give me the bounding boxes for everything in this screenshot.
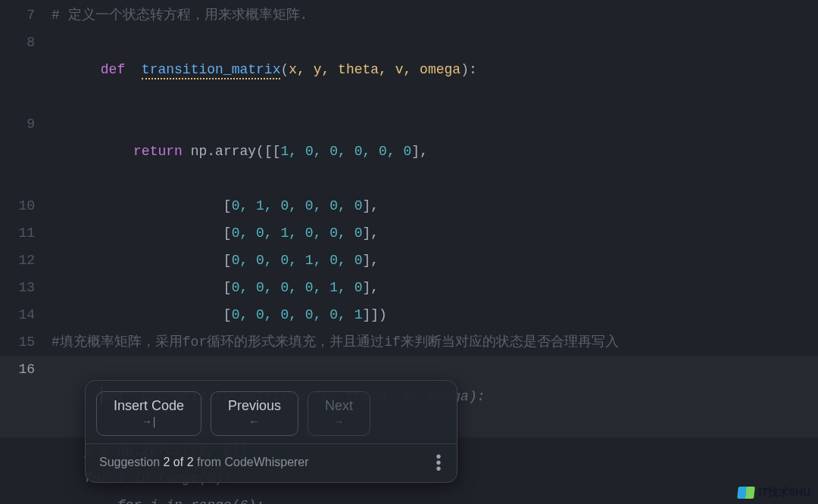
keyword-return: return bbox=[133, 144, 183, 159]
matrix-row: 0, 0, 0, 0, 0, 1 bbox=[232, 307, 363, 322]
code-line[interactable]: 8 def transition_matrix(x, y, theta, v, … bbox=[0, 29, 818, 110]
keyboard-hint: →| bbox=[142, 415, 157, 428]
suggestion-actions: Insert Code →| Previous ← Next → bbox=[86, 381, 457, 443]
ghost-suggestion: for j in range(6): bbox=[52, 498, 264, 504]
previous-button[interactable]: Previous ← bbox=[211, 391, 298, 436]
keyboard-hint: → bbox=[333, 415, 345, 428]
insert-code-button[interactable]: Insert Code →| bbox=[96, 391, 201, 436]
more-menu-icon[interactable]: ••• bbox=[431, 452, 446, 473]
keyword-def: def bbox=[101, 62, 125, 77]
code-line[interactable]: 7 # 定义一个状态转方程，用来求概率矩阵. bbox=[0, 2, 818, 29]
button-label: Previous bbox=[228, 398, 281, 414]
code-line[interactable]: 15 #填充概率矩阵，采用for循环的形式来填充，并且通过if来判断当对应的状态… bbox=[0, 328, 818, 356]
code-line[interactable]: 9 return np.array([[1, 0, 0, 0, 0, 0], bbox=[0, 110, 818, 192]
matrix-row: 1, 0, 0, 0, 0, 0 bbox=[281, 144, 412, 159]
keyboard-hint: ← bbox=[249, 415, 261, 428]
line-number: 12 bbox=[0, 247, 52, 274]
function-name: transition_matrix bbox=[142, 62, 281, 79]
matrix-row: 0, 0, 0, 0, 1, 0 bbox=[232, 280, 363, 295]
code-line[interactable]: 13 [0, 0, 0, 0, 1, 0], bbox=[0, 274, 818, 301]
code-line[interactable]: 10 [0, 1, 0, 0, 0, 0], bbox=[0, 192, 818, 219]
watermark-logo-icon bbox=[737, 487, 755, 499]
suggestion-panel: Insert Code →| Previous ← Next → Suggest… bbox=[85, 380, 457, 483]
code-line[interactable]: 14 [0, 0, 0, 0, 0, 1]]) bbox=[0, 301, 818, 328]
line-number: 11 bbox=[0, 219, 52, 247]
line-number: 15 bbox=[0, 328, 52, 356]
watermark: IT技术6HU bbox=[738, 486, 810, 499]
suggestion-status: Suggestion 2 of 2 from CodeWhisperer bbox=[99, 456, 309, 469]
line-number: 13 bbox=[0, 274, 52, 301]
button-label: Next bbox=[325, 398, 353, 414]
code-line[interactable]: for j in range(6): bbox=[0, 492, 818, 504]
line-number: 8 bbox=[0, 29, 52, 56]
suggestion-status-row: Suggestion 2 of 2 from CodeWhisperer ••• bbox=[86, 443, 457, 482]
matrix-row: 0, 0, 1, 0, 0, 0 bbox=[232, 226, 363, 241]
line-number: 10 bbox=[0, 192, 52, 219]
comment-text: # 定义一个状态转方程，用来求概率矩阵. bbox=[52, 8, 308, 23]
line-number: 7 bbox=[0, 2, 52, 29]
matrix-row: 0, 1, 0, 0, 0, 0 bbox=[232, 198, 363, 213]
code-line[interactable]: 12 [0, 0, 0, 1, 0, 0], bbox=[0, 247, 818, 274]
next-button[interactable]: Next → bbox=[308, 391, 370, 436]
code-line[interactable]: 11 [0, 0, 1, 0, 0, 0], bbox=[0, 219, 818, 247]
button-label: Insert Code bbox=[114, 398, 184, 414]
line-number: 9 bbox=[0, 110, 52, 138]
line-number: 16 bbox=[0, 356, 52, 383]
line-number: 14 bbox=[0, 301, 52, 328]
comment-text: #填充概率矩阵，采用for循环的形式来填充，并且通过if来判断当对应的状态是否合… bbox=[52, 334, 619, 350]
matrix-row: 0, 0, 0, 1, 0, 0 bbox=[232, 253, 363, 268]
watermark-text: IT技术6HU bbox=[759, 486, 810, 499]
param-list: x, y, theta, v, omega bbox=[289, 62, 461, 77]
